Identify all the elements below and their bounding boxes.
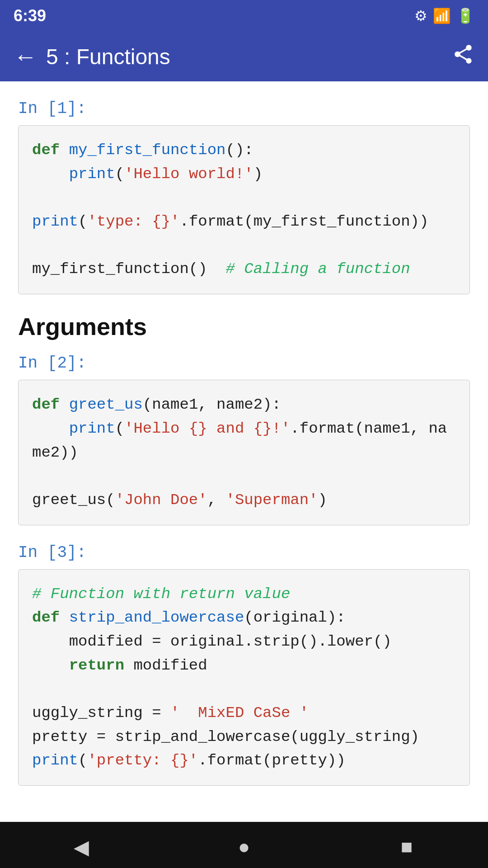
share-button[interactable]	[452, 43, 474, 70]
code-block-3: # Function with return value def strip_a…	[18, 569, 470, 786]
cell-label-3: In [3]:	[18, 543, 470, 562]
arguments-heading: Arguments	[18, 312, 470, 340]
nav-bar: ◀ ● ■	[0, 822, 488, 868]
back-button[interactable]: ←	[14, 43, 37, 70]
battery-icon: 🔋	[456, 7, 474, 24]
nav-home-button[interactable]: ●	[226, 829, 262, 865]
page-title: 5 : Functions	[46, 44, 452, 69]
settings-icon: ⚙	[414, 7, 427, 24]
status-time: 6:39	[14, 6, 46, 25]
cell-label-1: In [1]:	[18, 99, 470, 118]
status-bar: 6:39 ⚙ 📶 🔋	[0, 0, 488, 32]
cell-label-2: In [2]:	[18, 354, 470, 373]
signal-icon: 📶	[433, 7, 451, 24]
status-icons: ⚙ 📶 🔋	[414, 7, 474, 24]
app-bar: ← 5 : Functions	[0, 32, 488, 81]
main-content: In [1]: def my_first_function(): print('…	[0, 81, 488, 822]
nav-back-button[interactable]: ◀	[63, 829, 99, 865]
code-block-2: def greet_us(name1, name2): print('Hello…	[18, 380, 470, 525]
nav-recents-button[interactable]: ■	[389, 829, 425, 865]
code-block-1: def my_first_function(): print('Hello wo…	[18, 125, 470, 294]
